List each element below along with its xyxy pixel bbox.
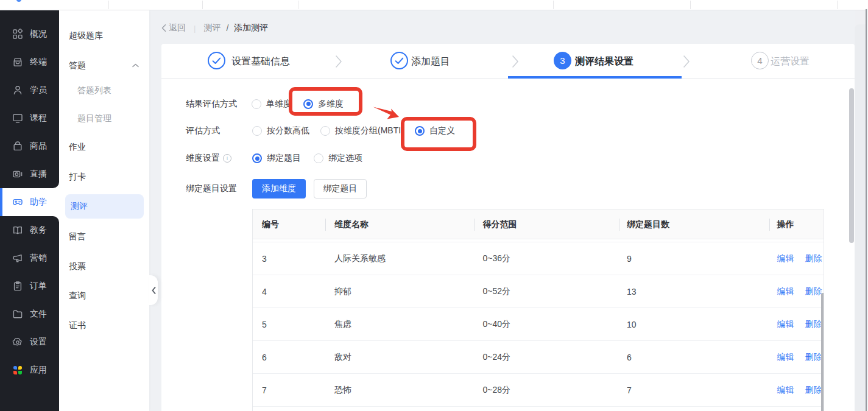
submenu-item-查询[interactable]: 查询 bbox=[59, 284, 149, 308]
step-separator-chevron-icon bbox=[683, 55, 690, 68]
table-scrollbar-thumb[interactable] bbox=[821, 293, 824, 411]
submenu-item-题目管理[interactable]: 题目管理 bbox=[59, 107, 149, 131]
delete-link[interactable]: 删除 bbox=[805, 319, 822, 330]
megaphone-icon bbox=[12, 253, 23, 264]
cell-range: 0~36分 bbox=[483, 242, 511, 275]
step-number: 4 bbox=[757, 55, 762, 66]
submenu-item-label: 投票 bbox=[69, 261, 86, 272]
cell-id: 6 bbox=[262, 341, 267, 374]
delete-link[interactable]: 删除 bbox=[805, 286, 822, 297]
tab-divider bbox=[202, 1, 203, 9]
radio-多维度[interactable]: 多维度 bbox=[303, 99, 344, 110]
sidebar-item-营销[interactable]: 营销 bbox=[0, 244, 59, 272]
edit-link[interactable]: 编辑 bbox=[777, 385, 794, 396]
sidebar-item-直播[interactable]: 直播 bbox=[0, 160, 59, 188]
添加维度-button[interactable]: 添加维度 bbox=[252, 179, 306, 198]
sidebar-item-助学[interactable]: 助学 bbox=[0, 188, 59, 216]
edit-link[interactable]: 编辑 bbox=[777, 319, 794, 330]
content-card: 设置基础信息添加题目3测评结果设置4运营设置 结果评估方式单维度多维度评估方式按… bbox=[161, 44, 855, 411]
cell-count: 13 bbox=[627, 275, 637, 308]
step-4-circle[interactable]: 4 bbox=[751, 52, 769, 69]
column-header-绑定题目数: 绑定题目数 bbox=[627, 209, 669, 239]
radio-按分数高低[interactable]: 按分数高低 bbox=[252, 125, 309, 136]
breadcrumb-current: 添加测评 bbox=[234, 23, 268, 33]
tab-divider bbox=[690, 1, 691, 9]
sidebar-item-订单[interactable]: 订单 bbox=[0, 272, 59, 300]
sidebar-item-终端[interactable]: 终端 bbox=[0, 48, 59, 76]
submenu-item-测评[interactable]: 测评 bbox=[65, 194, 144, 219]
radio-自定义[interactable]: 自定义 bbox=[415, 125, 455, 136]
submenu-item-留言[interactable]: 留言 bbox=[59, 225, 149, 249]
sidebar-item-学员[interactable]: 学员 bbox=[0, 76, 59, 104]
table-row: 6敌对0~24分6编辑删除 bbox=[253, 341, 824, 374]
radio-selected-icon bbox=[252, 153, 262, 163]
step-2-circle[interactable] bbox=[390, 52, 408, 69]
submenu-item-作业[interactable]: 作业 bbox=[59, 135, 149, 160]
breadcrumb-section[interactable]: 测评 bbox=[203, 23, 221, 33]
breadcrumb-back-label: 返回 bbox=[169, 23, 186, 33]
radio-按维度分组(MBTI)[interactable]: 按维度分组(MBTI) bbox=[320, 125, 404, 136]
sidebar-item-label: 营销 bbox=[30, 253, 47, 264]
sidebar-item-label: 助学 bbox=[30, 197, 47, 208]
delete-link[interactable]: 删除 bbox=[805, 352, 822, 363]
column-divider bbox=[619, 219, 619, 231]
submenu-item-证书[interactable]: 证书 bbox=[59, 314, 149, 338]
breadcrumb-back-link[interactable]: 返回 bbox=[161, 23, 186, 33]
window-scrollbar-thumb[interactable] bbox=[855, 24, 866, 411]
submenu-item-label: 测评 bbox=[71, 201, 88, 212]
column-header-操作: 操作 bbox=[777, 209, 794, 239]
tab-divider bbox=[298, 1, 298, 9]
edit-link[interactable]: 编辑 bbox=[777, 286, 794, 297]
step-1-label[interactable]: 设置基础信息 bbox=[231, 55, 290, 68]
steps-bar: 设置基础信息添加题目3测评结果设置4运营设置 bbox=[161, 44, 855, 79]
delete-link[interactable]: 删除 bbox=[805, 385, 822, 396]
radio-绑定选项[interactable]: 绑定选项 bbox=[314, 153, 362, 164]
sidebar-collapse-handle[interactable] bbox=[149, 275, 158, 305]
column-header-得分范围: 得分范围 bbox=[483, 209, 517, 239]
breadcrumb-pipe: | bbox=[194, 24, 196, 33]
cell-id: 3 bbox=[262, 242, 267, 275]
edit-link[interactable]: 编辑 bbox=[777, 253, 794, 264]
step-separator-chevron-icon bbox=[335, 55, 342, 68]
sidebar-item-教务[interactable]: 教务 bbox=[0, 216, 59, 244]
radio-label: 单维度 bbox=[266, 99, 292, 110]
submenu-item-label: 留言 bbox=[69, 231, 86, 242]
book-icon bbox=[12, 225, 23, 236]
sidebar-item-商品[interactable]: 商品 bbox=[0, 132, 59, 160]
submenu-item-答题列表[interactable]: 答题列表 bbox=[59, 79, 149, 103]
sidebar-item-label: 直播 bbox=[30, 169, 47, 180]
radio-selected-icon bbox=[303, 99, 313, 109]
sidebar-item-应用[interactable]: 应用 bbox=[0, 356, 59, 384]
cell-id: 4 bbox=[262, 275, 267, 308]
step-3-label[interactable]: 测评结果设置 bbox=[575, 55, 633, 68]
live-camera-icon bbox=[12, 169, 23, 180]
sidebar-item-文件[interactable]: 文件 bbox=[0, 300, 59, 328]
cell-range: 0~52分 bbox=[483, 275, 511, 308]
step-1-circle[interactable] bbox=[208, 52, 225, 69]
sidebar-item-label: 商品 bbox=[30, 141, 47, 152]
user-icon bbox=[12, 85, 23, 96]
submenu-item-超级题库[interactable]: 超级题库 bbox=[59, 24, 149, 48]
cell-actions: 编辑删除 bbox=[777, 308, 822, 341]
step-3-circle[interactable]: 3 bbox=[554, 52, 571, 69]
edit-link[interactable]: 编辑 bbox=[777, 352, 794, 363]
sidebar-item-课程[interactable]: 课程 bbox=[0, 104, 59, 132]
folder-icon bbox=[12, 309, 23, 320]
sidebar-item-设置[interactable]: 设置 bbox=[0, 328, 59, 356]
step-2-label[interactable]: 添加题目 bbox=[411, 55, 450, 68]
submenu-item-答题[interactable]: 答题 bbox=[59, 54, 149, 78]
table-row: 5焦虑0~40分10编辑删除 bbox=[253, 308, 824, 341]
breadcrumb: 返回 | 测评 / 添加测评 bbox=[161, 22, 268, 34]
绑定题目-button[interactable]: 绑定题目 bbox=[314, 179, 367, 198]
radio-单维度[interactable]: 单维度 bbox=[252, 99, 292, 110]
main-scrollbar-thumb[interactable] bbox=[849, 88, 854, 243]
apps-grid-icon bbox=[12, 365, 23, 376]
radio-绑定题目[interactable]: 绑定题目 bbox=[252, 153, 301, 164]
tab-divider bbox=[108, 1, 109, 9]
step-4-label[interactable]: 运营设置 bbox=[771, 55, 810, 68]
submenu-item-打卡[interactable]: 打卡 bbox=[59, 165, 149, 189]
sidebar-item-概况[interactable]: 概况 bbox=[0, 20, 59, 48]
info-icon: i bbox=[223, 154, 231, 163]
submenu-item-投票[interactable]: 投票 bbox=[59, 255, 149, 279]
delete-link[interactable]: 删除 bbox=[805, 253, 822, 264]
